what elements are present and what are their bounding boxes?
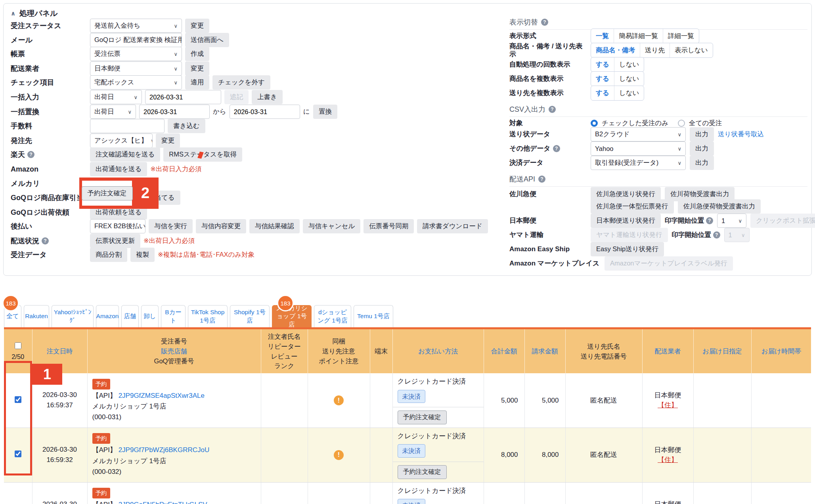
bulk-input-field-select[interactable]: 出荷日∨ [90,90,142,104]
format-detail[interactable]: 詳細一覧 [663,29,699,43]
credit-result-button[interactable]: 与信結果確認 [249,219,300,233]
tab-rakuten[interactable]: Rakuten [24,305,49,327]
jp-print-pos-select[interactable]: 1∨ [717,214,746,228]
help-icon[interactable]: ? [713,231,720,239]
order-number-link[interactable]: 2JP9GeFN5bRuEtnTLkGLSV [119,501,207,504]
address-link[interactable]: 【住】 [658,456,678,464]
carrier-change-button[interactable]: 変更 [185,61,209,76]
credit-exec-button[interactable]: 与信を実行 [149,219,193,233]
form-create-button[interactable]: 作成 [185,47,209,61]
unpaid-badge[interactable]: 未決済 [398,390,426,403]
header-billing[interactable]: 請求金額 [524,329,565,373]
payment-data-select[interactable]: 取引登録(受注データ)∨ [591,156,686,170]
order-number-link[interactable]: 2JP9GfZMSE4apStXwr3ALe [119,392,205,399]
sagawa-integrated-slip-button[interactable]: 佐川急便一体型伝票発行 [591,199,674,214]
duplicate-button[interactable]: 複製 [130,248,155,262]
reserve-confirm-button[interactable]: 予約注文確定 [398,465,447,479]
item-split-button[interactable]: 商品分割 [90,248,127,262]
radio-all-orders[interactable] [678,120,685,127]
mail-send-screen-button[interactable]: 送信画面へ [185,33,229,47]
other-data-select[interactable]: Yahoo∨ [591,141,686,156]
unpaid-badge[interactable]: 未決済 [398,499,426,504]
tab-wholesale[interactable]: 卸し [141,305,159,327]
check-apply-button[interactable]: 適用 [185,75,209,90]
check-item-select[interactable]: 宅配ボックス∨ [90,75,182,90]
multi-name-on[interactable]: する [591,72,614,86]
help-icon[interactable]: ? [538,176,545,183]
bulk-replace-from-input[interactable] [139,105,210,119]
header-sales-shop[interactable]: 販売店舗 [89,346,259,356]
fee-input[interactable] [90,119,165,133]
nameview-item-memo[interactable]: 商品名・備考 [591,43,640,57]
header-total[interactable]: 合計金額 [484,329,524,373]
clickpost-extension-button[interactable]: クリックポスト拡張機能連携 [750,214,815,228]
header-carrier[interactable]: 配送業者 [642,329,693,373]
invoice-download-button[interactable]: 請求書ダウンロード [417,219,488,233]
auto-count-on[interactable]: する [591,57,614,72]
slip-data-export-button[interactable]: 出力 [690,127,714,141]
unpaid-badge[interactable]: 未決済 [398,444,426,457]
slip-number-import-link[interactable]: 送り状番号取込 [718,130,764,139]
slip-status-update-button[interactable]: 伝票状況更新 [90,234,140,248]
order-status-change-button[interactable]: 変更 [185,19,209,33]
warning-icon[interactable]: ! [334,450,344,460]
credit-cancel-button[interactable]: 与信キャンセル [303,219,360,233]
easyship-slip-button[interactable]: Easy Ship送り状発行 [591,242,664,256]
help-icon[interactable]: ? [42,237,49,244]
payment-data-export-button[interactable]: 出力 [690,156,714,170]
multi-dest-on[interactable]: する [591,86,614,100]
tab-dshopping[interactable]: dショッピング 1号店 [314,305,351,327]
other-data-export-button[interactable]: 出力 [690,141,714,156]
supplier-change-button[interactable]: 変更 [156,134,180,148]
rakuten-notify-button[interactable]: 注文確認通知を送る [90,147,160,162]
yamato-print-pos-select[interactable]: 1∨ [724,228,750,242]
reserve-confirm-button[interactable]: 予約注文確定 [398,410,447,424]
tab-shopify[interactable]: Shopify 1号店 [230,305,270,327]
bulk-input-overwrite-button[interactable]: 上書き [252,90,283,104]
tab-tiktok[interactable]: TikTok Shop 1号店 [188,305,228,327]
help-icon[interactable]: ? [27,151,34,158]
order-number-link[interactable]: 2JP9Gf7PbWZj6BKGRRCJoU [119,446,210,454]
tab-yahoo[interactable]: Yahoo!ｼｮｯﾋﾟﾝｸﾞ [52,305,94,327]
nameview-dest[interactable]: 送り先 [640,43,670,57]
tab-amazon[interactable]: Amazon [96,305,119,327]
supplier-select[interactable]: アシックス【ヒ】∨ [90,134,153,148]
check-remove-button[interactable]: チェックを外す [212,75,270,90]
select-all-checkbox[interactable] [15,342,21,349]
slip-sync-button[interactable]: 伝票番号同期 [363,219,414,233]
credit-change-button[interactable]: 与信内容変更 [196,219,246,233]
panel-header[interactable]: ∧ 処理パネル [11,8,58,19]
mail-select[interactable]: GoQロジ 配送業者変換 検証用∨ [90,33,182,47]
mercari-reserve-confirm-button[interactable]: 予約注文確定 [82,186,133,200]
radio-checked-orders[interactable] [591,120,598,127]
bulk-replace-to-input[interactable] [230,105,300,119]
help-icon[interactable]: ? [706,217,713,224]
form-select[interactable]: 受注伝票∨ [90,47,182,61]
multi-name-off[interactable]: しない [614,72,644,86]
order-status-select[interactable]: 発送前入金待ち∨ [90,19,182,33]
tab-bcart[interactable]: Bカート [161,305,186,327]
help-icon[interactable]: ? [541,19,548,26]
bulk-input-append-button[interactable]: 追記 [224,90,249,104]
fee-write-button[interactable]: 書き込む [168,119,205,133]
amazon-ship-notify-button[interactable]: 出荷通知を送る [90,162,147,176]
nameview-none[interactable]: 表示しない [670,43,713,57]
format-list[interactable]: 一覧 [591,29,614,43]
help-icon[interactable]: ? [549,106,556,113]
carrier-select[interactable]: 日本郵便∨ [90,61,182,76]
header-payment[interactable]: お支払い方法 [392,329,484,373]
bulk-input-date[interactable] [145,90,221,104]
bulk-replace-button[interactable]: 置換 [313,105,337,119]
bulk-replace-field-select[interactable]: 出荷日∨ [90,105,136,119]
address-link[interactable]: 【住】 [658,401,678,409]
japanpost-slip-button[interactable]: 日本郵便送り状発行 [591,214,661,228]
tab-store[interactable]: 店舗 [121,305,139,327]
warning-icon[interactable]: ! [334,395,344,405]
format-simple-detail[interactable]: 簡易詳細一覧 [614,29,663,43]
help-icon[interactable]: ? [553,145,560,152]
multi-dest-off[interactable]: しない [614,86,644,100]
auto-count-off[interactable]: しない [614,57,644,72]
header-delivery-date[interactable]: お届け日指定 [693,329,751,373]
deferred-select[interactable]: FREX B2B後払い∨ [90,219,145,233]
header-delivery-time[interactable]: お届け時間帯 [751,329,811,373]
